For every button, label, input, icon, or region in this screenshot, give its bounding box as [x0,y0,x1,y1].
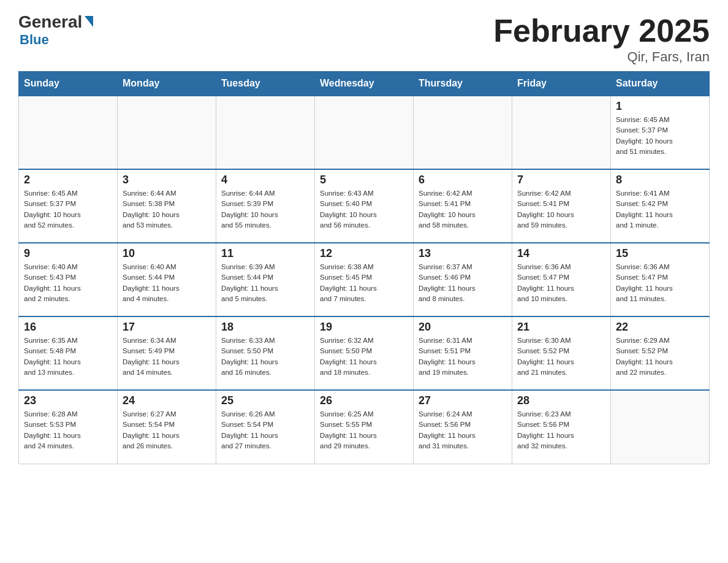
day-number: 20 [419,321,507,334]
day-number: 1 [616,100,704,113]
day-info: Sunrise: 6:29 AM Sunset: 5:52 PM Dayligh… [616,335,704,378]
day-number: 13 [419,247,507,260]
day-info: Sunrise: 6:40 AM Sunset: 5:44 PM Dayligh… [123,262,211,304]
day-number: 14 [517,247,605,260]
day-info: Sunrise: 6:23 AM Sunset: 5:56 PM Dayligh… [517,409,605,451]
day-info: Sunrise: 6:42 AM Sunset: 5:41 PM Dayligh… [517,188,605,231]
day-number: 11 [221,247,309,260]
calendar-table: Sunday Monday Tuesday Wednesday Thursday… [18,71,710,464]
table-row: 24Sunrise: 6:27 AM Sunset: 5:54 PM Dayli… [118,390,216,464]
calendar-week-row: 23Sunrise: 6:28 AM Sunset: 5:53 PM Dayli… [19,390,710,464]
table-row: 10Sunrise: 6:40 AM Sunset: 5:44 PM Dayli… [118,243,216,316]
day-number: 18 [221,321,309,334]
day-info: Sunrise: 6:28 AM Sunset: 5:53 PM Dayligh… [24,409,112,451]
day-number: 23 [24,394,112,407]
day-number: 22 [616,321,704,334]
day-info: Sunrise: 6:41 AM Sunset: 5:42 PM Dayligh… [616,188,704,231]
table-row: 2Sunrise: 6:45 AM Sunset: 5:37 PM Daylig… [19,169,118,243]
day-number: 12 [320,247,408,260]
table-row: 14Sunrise: 6:36 AM Sunset: 5:47 PM Dayli… [512,243,611,316]
table-row: 26Sunrise: 6:25 AM Sunset: 5:55 PM Dayli… [315,390,414,464]
table-row [512,96,611,169]
day-number: 2 [24,174,112,186]
table-row: 1Sunrise: 6:45 AM Sunset: 5:37 PM Daylig… [611,96,710,169]
day-number: 27 [419,394,507,407]
day-number: 5 [320,174,408,186]
header-thursday: Thursday [414,72,512,96]
table-row: 4Sunrise: 6:44 AM Sunset: 5:39 PM Daylig… [216,169,315,243]
header-monday: Monday [118,72,216,96]
table-row [611,390,710,464]
day-number: 15 [616,247,704,260]
day-info: Sunrise: 6:27 AM Sunset: 5:54 PM Dayligh… [123,409,211,451]
table-row: 20Sunrise: 6:31 AM Sunset: 5:51 PM Dayli… [414,316,512,390]
table-row: 3Sunrise: 6:44 AM Sunset: 5:38 PM Daylig… [118,169,216,243]
calendar-week-row: 16Sunrise: 6:35 AM Sunset: 5:48 PM Dayli… [19,316,710,390]
day-number: 24 [123,394,211,407]
calendar-week-row: 2Sunrise: 6:45 AM Sunset: 5:37 PM Daylig… [19,169,710,243]
table-row: 8Sunrise: 6:41 AM Sunset: 5:42 PM Daylig… [611,169,710,243]
day-info: Sunrise: 6:34 AM Sunset: 5:49 PM Dayligh… [123,335,211,378]
day-number: 19 [320,321,408,334]
calendar-week-row: 1Sunrise: 6:45 AM Sunset: 5:37 PM Daylig… [19,96,710,169]
day-info: Sunrise: 6:39 AM Sunset: 5:44 PM Dayligh… [221,262,309,304]
day-number: 9 [24,247,112,260]
table-row: 19Sunrise: 6:32 AM Sunset: 5:50 PM Dayli… [315,316,414,390]
header-saturday: Saturday [611,72,710,96]
day-number: 28 [517,394,605,407]
page-header: General Blue February 2025 Qir, Fars, Ir… [18,12,710,65]
logo-blue-text: Blue [20,32,49,48]
day-info: Sunrise: 6:44 AM Sunset: 5:38 PM Dayligh… [123,188,211,231]
month-title: February 2025 [493,12,710,49]
day-number: 10 [123,247,211,260]
day-number: 6 [419,174,507,186]
day-info: Sunrise: 6:43 AM Sunset: 5:40 PM Dayligh… [320,188,408,231]
day-number: 25 [221,394,309,407]
day-number: 3 [123,174,211,186]
table-row: 15Sunrise: 6:36 AM Sunset: 5:47 PM Dayli… [611,243,710,316]
day-info: Sunrise: 6:45 AM Sunset: 5:37 PM Dayligh… [24,188,112,231]
day-number: 17 [123,321,211,334]
day-info: Sunrise: 6:45 AM Sunset: 5:37 PM Dayligh… [616,115,704,157]
location-text: Qir, Fars, Iran [493,49,710,65]
day-info: Sunrise: 6:44 AM Sunset: 5:39 PM Dayligh… [221,188,309,231]
day-info: Sunrise: 6:32 AM Sunset: 5:50 PM Dayligh… [320,335,408,378]
logo-top: General [18,12,93,32]
table-row: 12Sunrise: 6:38 AM Sunset: 5:45 PM Dayli… [315,243,414,316]
table-row: 27Sunrise: 6:24 AM Sunset: 5:56 PM Dayli… [414,390,512,464]
table-row: 7Sunrise: 6:42 AM Sunset: 5:41 PM Daylig… [512,169,611,243]
table-row [118,96,216,169]
table-row: 21Sunrise: 6:30 AM Sunset: 5:52 PM Dayli… [512,316,611,390]
day-info: Sunrise: 6:24 AM Sunset: 5:56 PM Dayligh… [419,409,507,451]
header-friday: Friday [512,72,611,96]
header-tuesday: Tuesday [216,72,315,96]
table-row: 6Sunrise: 6:42 AM Sunset: 5:41 PM Daylig… [414,169,512,243]
day-number: 26 [320,394,408,407]
table-row: 28Sunrise: 6:23 AM Sunset: 5:56 PM Dayli… [512,390,611,464]
day-number: 4 [221,174,309,186]
logo: General Blue [18,12,93,48]
table-row: 5Sunrise: 6:43 AM Sunset: 5:40 PM Daylig… [315,169,414,243]
day-info: Sunrise: 6:37 AM Sunset: 5:46 PM Dayligh… [419,262,507,304]
header-sunday: Sunday [19,72,118,96]
day-info: Sunrise: 6:30 AM Sunset: 5:52 PM Dayligh… [517,335,605,378]
day-number: 21 [517,321,605,334]
day-number: 16 [24,321,112,334]
table-row [216,96,315,169]
table-row: 23Sunrise: 6:28 AM Sunset: 5:53 PM Dayli… [19,390,118,464]
day-info: Sunrise: 6:31 AM Sunset: 5:51 PM Dayligh… [419,335,507,378]
table-row: 22Sunrise: 6:29 AM Sunset: 5:52 PM Dayli… [611,316,710,390]
table-row [19,96,118,169]
day-info: Sunrise: 6:26 AM Sunset: 5:54 PM Dayligh… [221,409,309,451]
table-row: 25Sunrise: 6:26 AM Sunset: 5:54 PM Dayli… [216,390,315,464]
logo-arrow-icon [85,16,93,27]
header-wednesday: Wednesday [315,72,414,96]
day-info: Sunrise: 6:25 AM Sunset: 5:55 PM Dayligh… [320,409,408,451]
calendar-week-row: 9Sunrise: 6:40 AM Sunset: 5:43 PM Daylig… [19,243,710,316]
calendar-header-row: Sunday Monday Tuesday Wednesday Thursday… [19,72,710,96]
logo-general-text: General [18,12,82,32]
day-info: Sunrise: 6:35 AM Sunset: 5:48 PM Dayligh… [24,335,112,378]
table-row: 11Sunrise: 6:39 AM Sunset: 5:44 PM Dayli… [216,243,315,316]
day-info: Sunrise: 6:33 AM Sunset: 5:50 PM Dayligh… [221,335,309,378]
day-info: Sunrise: 6:40 AM Sunset: 5:43 PM Dayligh… [24,262,112,304]
